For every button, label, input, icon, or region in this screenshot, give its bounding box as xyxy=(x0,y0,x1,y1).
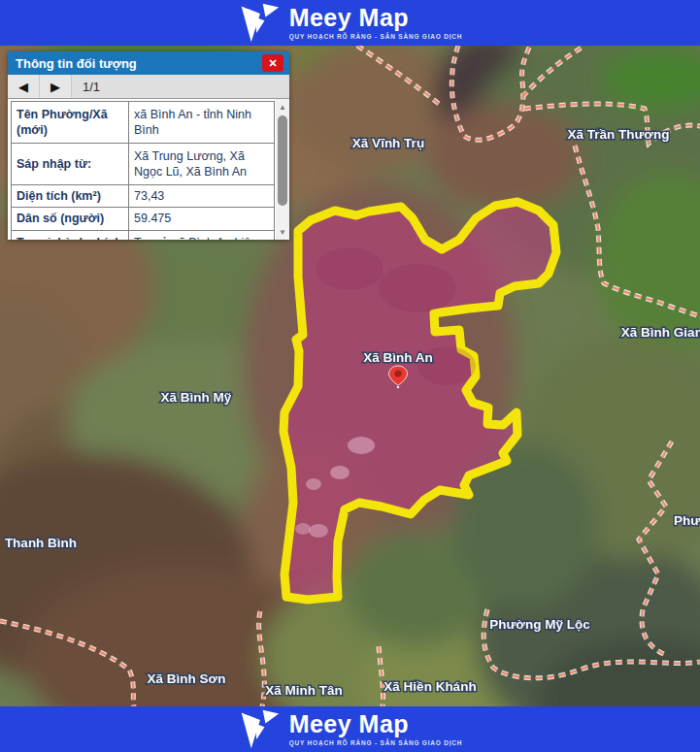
brand-name: Meey Map xyxy=(289,712,463,736)
brand-tagline: QUY HOẠCH RÕ RÀNG - SẴN SÀNG GIAO DỊCH xyxy=(289,34,463,41)
popup-title: Thông tin đối tượng xyxy=(16,56,137,71)
chevron-left-icon: ◀ xyxy=(18,80,28,94)
brand-logo-footer: Meey Map QUY HOẠCH RÕ RÀNG - SẴN SÀNG GI… xyxy=(238,708,463,751)
row-label: Trụ sở hành chính (mới) xyxy=(12,230,129,240)
close-icon: ✕ xyxy=(268,57,277,70)
meey-map-logo-icon xyxy=(238,2,281,45)
footer-bar: Meey Map QUY HOẠCH RÕ RÀNG - SẴN SÀNG GI… xyxy=(0,706,700,752)
row-value: Xã Trung Lương, Xã Ngọc Lũ, Xã Bình An xyxy=(129,144,275,185)
brand-name: Meey Map xyxy=(289,6,463,30)
map-label-phuong-clipped: Phường xyxy=(674,513,700,528)
feature-info-table: Tên Phường/Xã (mới) xã Bình An - tỉnh Ni… xyxy=(11,101,275,240)
feature-info-popup: Thông tin đối tượng ✕ ◀ ▶ 1/1 Tên Phường… xyxy=(8,51,289,240)
table-row: Dân số (người) 59.475 xyxy=(12,208,275,230)
map-label-xa-hien-khanh: Xã Hiền Khánh xyxy=(383,679,476,694)
popup-header: Thông tin đối tượng ✕ xyxy=(8,51,289,75)
popup-body: Tên Phường/Xã (mới) xã Bình An - tỉnh Ni… xyxy=(8,99,289,240)
triangle-down-icon: ▼ xyxy=(279,228,286,237)
popup-scrollbar[interactable]: ▲ ▼ xyxy=(276,99,289,240)
row-label: Diện tích (km²) xyxy=(12,185,129,208)
table-row: Sáp nhập từ: Xã Trung Lương, Xã Ngọc Lũ,… xyxy=(12,144,275,185)
scrollbar-thumb[interactable] xyxy=(278,115,287,206)
brand-tagline: QUY HOẠCH RÕ RÀNG - SẴN SÀNG GIAO DỊCH xyxy=(289,740,463,747)
scroll-up-button[interactable]: ▲ xyxy=(276,100,289,114)
map-label-xa-binh-son: Xã Bình Sơn xyxy=(148,671,226,686)
row-label: Dân số (người) xyxy=(12,208,129,230)
row-value: 73,43 xyxy=(129,185,275,208)
row-value: xã Bình An - tỉnh Ninh Bình xyxy=(129,102,275,144)
popup-pager: ◀ ▶ 1/1 xyxy=(8,75,289,99)
table-row: Tên Phường/Xã (mới) xã Bình An - tỉnh Ni… xyxy=(12,102,275,144)
header-bar: Meey Map QUY HOẠCH RÕ RÀNG - SẴN SÀNG GI… xyxy=(0,0,700,46)
row-value: 59.475 xyxy=(129,208,275,230)
next-feature-button[interactable]: ▶ xyxy=(40,75,72,98)
map-label-xa-binh-my: Xã Bình Mỹ xyxy=(161,390,232,405)
prev-feature-button[interactable]: ◀ xyxy=(8,75,40,98)
map-label-xa-tran-thuong: Xã Trần Thương xyxy=(568,127,670,142)
table-row: Diện tích (km²) 73,43 xyxy=(12,185,275,208)
meey-map-logo-icon xyxy=(238,708,281,751)
map-label-xa-minh-tan: Xã Minh Tân xyxy=(265,683,343,698)
brand-logo: Meey Map QUY HOẠCH RÕ RÀNG - SẴN SÀNG GI… xyxy=(238,2,463,45)
map-label-xa-binh-giang: Xã Bình Giang xyxy=(621,325,700,340)
scroll-down-button[interactable]: ▼ xyxy=(276,225,289,239)
triangle-up-icon: ▲ xyxy=(279,103,286,112)
row-value: Trụ sở xã Bình An hiện nay xyxy=(129,230,275,240)
map-label-xa-vinh-tru: Xã Vĩnh Trụ xyxy=(352,136,424,150)
map-label-thanh-binh: Thanh Bình xyxy=(5,536,77,550)
row-label: Tên Phường/Xã (mới) xyxy=(12,102,129,144)
row-label: Sáp nhập từ: xyxy=(12,144,129,185)
map-label-xa-binh-an: Xã Bình An xyxy=(363,350,433,365)
pager-count: 1/1 xyxy=(83,80,100,94)
close-button[interactable]: ✕ xyxy=(262,54,283,72)
chevron-right-icon: ▶ xyxy=(50,80,60,94)
table-row: Trụ sở hành chính (mới) Trụ sở xã Bình A… xyxy=(12,230,275,240)
map-label-phuong-my-loc: Phường Mỹ Lộc xyxy=(489,617,590,632)
